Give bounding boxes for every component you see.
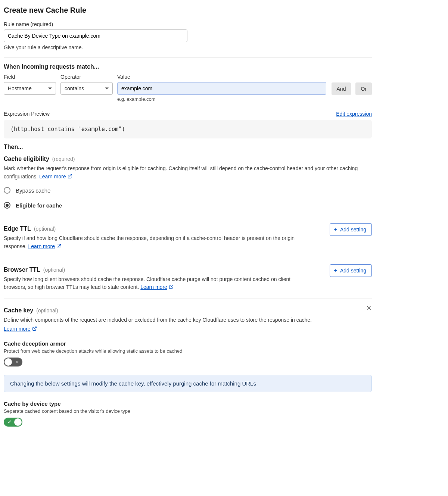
external-link-icon (169, 284, 174, 292)
operator-label: Operator (60, 74, 113, 80)
check-icon (7, 419, 12, 425)
x-icon: ✕ (16, 359, 19, 364)
operator-select-value: contains (65, 85, 84, 91)
radio-icon (4, 202, 10, 209)
cache-deception-armor-desc: Protect from web cache deception attacks… (4, 348, 372, 354)
cache-by-device-type-desc: Separate cached content based on the vis… (4, 408, 372, 414)
svg-line-1 (58, 244, 60, 247)
eligibility-tag: (required) (52, 156, 75, 162)
field-label: Field (4, 74, 56, 80)
match-heading: When incoming requests match... (4, 63, 372, 70)
eligibility-learn-more-link[interactable]: Learn more (39, 174, 72, 180)
value-label: Value (117, 74, 327, 80)
rule-name-hint: Give your rule a descriptive name. (4, 44, 372, 50)
rule-name-label: Rule name (required) (4, 21, 372, 27)
eligibility-title: Cache eligibility (4, 156, 49, 162)
svg-line-0 (69, 174, 72, 177)
value-input[interactable] (117, 82, 326, 95)
or-button[interactable]: Or (355, 82, 372, 95)
cache-key-title: Cache key (4, 307, 33, 314)
cache-by-device-type-toggle[interactable] (4, 418, 22, 427)
radio-eligible-label: Eligible for cache (16, 202, 62, 209)
cache-key-warning-banner: Changing the below settings will modify … (4, 375, 372, 392)
cache-deception-armor-title: Cache deception armor (4, 340, 372, 347)
browser-ttl-learn-more-link[interactable]: Learn more (140, 284, 174, 290)
edge-ttl-add-setting-button[interactable]: + Add setting (330, 223, 372, 236)
edit-expression-link[interactable]: Edit expression (336, 111, 372, 117)
external-link-icon (56, 243, 61, 251)
svg-line-3 (34, 327, 36, 329)
cache-by-device-type-title: Cache by device type (4, 400, 372, 407)
plus-icon: + (334, 268, 337, 274)
browser-ttl-add-setting-button[interactable]: + Add setting (330, 264, 372, 277)
chevron-down-icon (105, 88, 109, 90)
rule-name-input[interactable] (4, 29, 187, 42)
radio-bypass-cache[interactable]: Bypass cache (4, 187, 372, 194)
chevron-down-icon (48, 88, 52, 90)
edge-ttl-title: Edge TTL (4, 225, 31, 232)
browser-ttl-title: Browser TTL (4, 266, 40, 273)
expression-preview-label: Expression Preview (4, 111, 50, 117)
value-hint: e.g. example.com (117, 96, 327, 102)
svg-line-2 (171, 285, 173, 287)
field-select[interactable]: Hostname (4, 82, 56, 95)
radio-bypass-label: Bypass cache (16, 187, 50, 194)
external-link-icon (68, 173, 72, 181)
cache-deception-armor-toggle[interactable]: ✕ (4, 358, 22, 366)
browser-ttl-desc: Specify how long client browsers should … (4, 275, 306, 292)
external-link-icon (32, 326, 37, 332)
edge-ttl-tag: (optional) (34, 226, 56, 232)
and-button[interactable]: And (332, 82, 351, 95)
operator-select[interactable]: contains (60, 82, 113, 95)
cache-key-close-button[interactable] (366, 305, 372, 312)
edge-ttl-desc: Specify if and how long Cloudflare shoul… (4, 234, 306, 251)
cache-key-learn-more-link[interactable]: Learn more (4, 326, 37, 332)
cache-key-desc: Define which components of the request a… (4, 316, 312, 324)
page-title: Create new Cache Rule (4, 6, 372, 15)
field-select-value: Hostname (8, 85, 32, 91)
radio-icon (4, 187, 10, 194)
edge-ttl-learn-more-link[interactable]: Learn more (28, 243, 61, 249)
eligibility-desc: Mark whether the request's response from… (4, 165, 372, 181)
cache-key-tag: (optional) (36, 308, 58, 313)
plus-icon: + (334, 227, 337, 233)
then-heading: Then... (4, 144, 372, 150)
browser-ttl-tag: (optional) (43, 267, 65, 273)
radio-eligible-for-cache[interactable]: Eligible for cache (4, 202, 372, 209)
expression-preview-code: (http.host contains "example.com") (4, 120, 372, 138)
